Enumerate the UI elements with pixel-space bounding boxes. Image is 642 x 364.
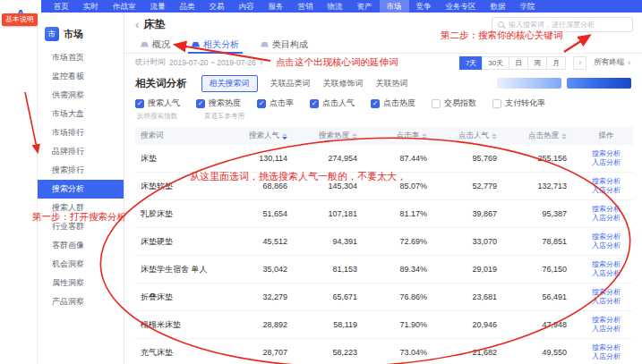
sidebar-item[interactable]: 行业客群 — [38, 217, 124, 236]
search-analysis-link[interactable]: 搜索分析 — [592, 233, 621, 241]
sidebar-item[interactable]: 产品洞察 — [38, 292, 124, 311]
top-nav-item[interactable]: 实时 — [76, 0, 106, 13]
column-header-click-heat[interactable]: 点击热度 — [509, 131, 579, 141]
back-icon[interactable]: ‹ — [135, 19, 139, 30]
date-range-button[interactable]: 30天 — [482, 56, 509, 70]
search-input[interactable] — [509, 21, 627, 29]
sidebar-item[interactable]: 机会洞察 — [38, 255, 124, 274]
column-header-search-popularity[interactable]: 搜索人气 — [230, 131, 300, 141]
metric-hints: 反映搜索指数 直通车参考用 — [135, 109, 631, 121]
search-analysis-link[interactable]: 搜索分析 — [592, 149, 621, 158]
word-type-tab[interactable]: 相关搜索词 — [201, 75, 258, 92]
column-header-click-popularity[interactable]: 点击人气 — [440, 131, 509, 141]
top-nav-item[interactable]: 作战室 — [106, 0, 143, 13]
keyword-search-box[interactable] — [492, 17, 633, 32]
sort-icon — [561, 133, 567, 140]
click-popularity-cell: 29,019 — [440, 265, 509, 274]
top-nav-item[interactable]: 市场 — [380, 0, 409, 13]
top-nav-item[interactable]: 营销 — [291, 0, 321, 13]
store-analysis-link[interactable]: 入店分析 — [592, 297, 621, 306]
top-nav-item[interactable]: 首页 — [47, 0, 76, 13]
analysis-tab[interactable]: 相关分析 — [181, 36, 250, 53]
sidebar-item[interactable]: 供需洞察 — [38, 86, 124, 105]
date-range-button[interactable]: 月 — [546, 56, 566, 70]
top-nav-item[interactable]: 物流 — [321, 0, 350, 13]
guide-badge[interactable]: 基本说明 — [2, 13, 38, 26]
ctr-cell: 71.90% — [370, 320, 440, 329]
top-nav-item[interactable]: 品类 — [173, 0, 202, 13]
keyword-cell: 床垫硬垫 — [135, 236, 230, 248]
sidebar-item[interactable]: 市场首页 — [38, 48, 124, 67]
top-nav-item[interactable]: 流量 — [143, 0, 173, 13]
date-range-button[interactable]: 周 — [527, 56, 547, 70]
sidebar-item[interactable]: 搜索排行 — [38, 161, 124, 180]
top-nav-item[interactable]: 内容 — [232, 0, 261, 13]
top-nav-item[interactable]: 服务 — [261, 0, 291, 13]
metric-checkbox[interactable]: 点击热度 — [371, 97, 415, 109]
metric-checkbox[interactable]: 点击人气 — [310, 97, 355, 109]
word-type-tab[interactable]: 关联修饰词 — [323, 75, 364, 92]
sidebar-item[interactable]: 市场大盘 — [38, 105, 124, 123]
terminal-label: 所有终端 — [594, 57, 624, 68]
metric-label: 点击热度 — [383, 97, 415, 109]
metric-checkbox[interactable]: 支付转化率 — [492, 97, 545, 109]
checkbox-icon — [492, 99, 501, 108]
tab-icon — [261, 42, 269, 47]
word-type-tab[interactable]: 关联品类词 — [270, 75, 311, 92]
store-analysis-link[interactable]: 入店分析 — [592, 241, 621, 250]
sidebar: 市 市场 市场首页 监控看板 供需洞察 市场大盘 市场排行 品牌排行 搜索排行 … — [38, 13, 124, 364]
store-analysis-link[interactable]: 入店分析 — [592, 158, 621, 167]
metric-checkbox[interactable]: 搜索热度 — [196, 97, 241, 109]
store-analysis-link[interactable]: 入店分析 — [592, 325, 621, 334]
tab-label: 概况 — [152, 38, 170, 51]
column-header-search-heat[interactable]: 搜索热度 — [300, 131, 370, 141]
top-nav-item[interactable]: 业务专区 — [439, 0, 484, 13]
sidebar-item[interactable]: 客群画像 — [38, 236, 124, 255]
click-heat-cell: 56,491 — [509, 292, 579, 301]
store-analysis-link[interactable]: 入店分析 — [592, 214, 621, 223]
ctr-cell: 87.44% — [370, 154, 440, 163]
next-period-button[interactable]: › — [573, 56, 586, 70]
top-nav-item[interactable]: 竞争 — [409, 0, 439, 13]
sidebar-item[interactable]: 搜索分析 — [38, 180, 124, 199]
column-header-ctr[interactable]: 点击率 — [370, 131, 440, 141]
metric-label: 搜索人气 — [148, 97, 180, 109]
word-type-tab[interactable]: 关联热词 — [376, 75, 408, 92]
sidebar-item[interactable]: 属性洞察 — [38, 274, 124, 292]
sort-icon — [282, 133, 287, 140]
date-range-button[interactable]: 日 — [509, 56, 528, 70]
metric-checkbox[interactable]: 点击率 — [257, 97, 294, 109]
sort-icon — [352, 133, 357, 140]
search-analysis-link[interactable]: 搜索分析 — [592, 288, 621, 297]
date-range-button[interactable]: 7天 — [459, 56, 483, 70]
checkbox-icon — [310, 99, 319, 108]
click-heat-cell: 78,851 — [509, 237, 579, 246]
terminal-dropdown[interactable]: 所有终端 ∨ — [594, 57, 631, 68]
top-nav-item[interactable]: 资产 — [350, 0, 380, 13]
top-nav-item[interactable]: 学院 — [513, 0, 543, 13]
metric-checkbox[interactable]: 交易指数 — [432, 97, 476, 109]
sidebar-item[interactable]: 市场排行 — [38, 123, 124, 142]
search-analysis-link[interactable]: 搜索分析 — [592, 316, 621, 325]
top-nav-item[interactable]: 数据 — [484, 0, 513, 13]
sidebar-item[interactable]: 品牌排行 — [38, 142, 124, 161]
store-analysis-link[interactable]: 入店分析 — [592, 186, 621, 195]
search-analysis-link[interactable]: 搜索分析 — [592, 205, 621, 214]
analysis-tab[interactable]: 类目构成 — [250, 36, 319, 53]
metric-checkbox[interactable]: 搜索人气 — [135, 97, 180, 109]
search-analysis-link[interactable]: 搜索分析 — [592, 260, 621, 269]
ctr-cell: 72.69% — [370, 237, 440, 246]
metric-filter-row: 搜索人气 搜索热度 点击率 点击人气 — [124, 95, 642, 127]
store-analysis-link[interactable]: 入店分析 — [592, 269, 621, 278]
search-analysis-link[interactable]: 搜索分析 — [592, 343, 621, 352]
search-popularity-cell: 28,892 — [230, 320, 300, 329]
sidebar-item[interactable]: 监控看板 — [38, 67, 124, 86]
store-analysis-link[interactable]: 入店分析 — [592, 352, 621, 361]
analysis-tab[interactable]: 概况 — [130, 36, 181, 53]
sidebar-item[interactable]: 搜索人群 — [38, 199, 124, 217]
stat-time-selector[interactable]: 统计时间 2019-07-20 ~ 2019-07-26 ∨ — [135, 57, 263, 68]
search-popularity-cell: 130,114 — [230, 154, 300, 163]
search-analysis-link[interactable]: 搜索分析 — [592, 177, 621, 186]
top-nav-item[interactable]: 交易 — [202, 0, 232, 13]
checkbox-icon — [432, 99, 441, 108]
